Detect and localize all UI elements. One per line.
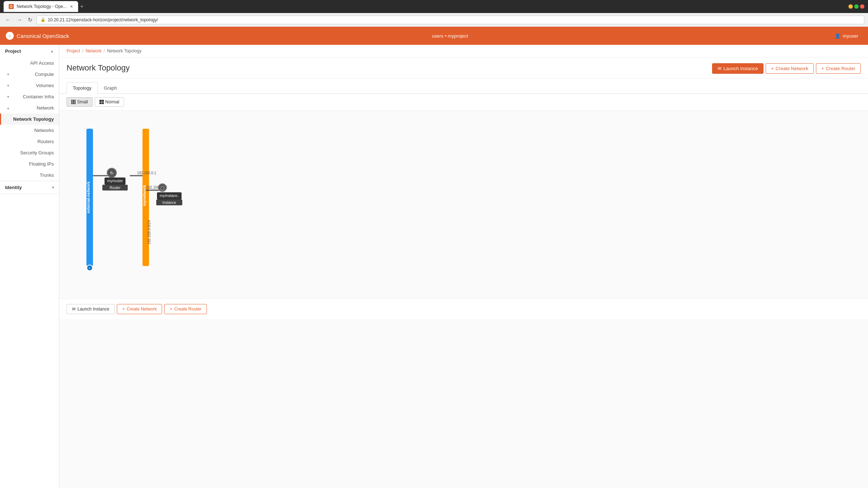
sidebar-item-compute[interactable]: ▾ Compute <box>0 69 59 80</box>
tabs-bar: Topology Graph <box>59 78 868 94</box>
page-action-buttons: ✉ Launch Instance + Create Network + Cre… <box>712 63 861 74</box>
app-logo-text: Canonical OpenStack <box>17 33 69 39</box>
header-user-chevron: ▾ <box>860 34 862 38</box>
nav-back-button[interactable]: ← <box>4 16 13 23</box>
nav-forward-button[interactable]: → <box>15 16 24 23</box>
breadcrumb-current: Network Topology <box>107 48 141 53</box>
browser-chrome: O Network Topology - Ope... ✕ + ← → ↻ 🔒 … <box>0 0 868 27</box>
tab-topology[interactable]: Topology <box>67 82 98 94</box>
create-network-button-top[interactable]: + Create Network <box>766 63 814 74</box>
external-network-bottom-icon: + <box>89 266 90 270</box>
sidebar-item-network[interactable]: ▴ Network <box>0 102 59 114</box>
window-minimize-icon[interactable] <box>848 4 853 9</box>
router-icon-symbol: ↻ <box>110 171 114 176</box>
window-maximize-icon[interactable] <box>854 4 859 9</box>
network-chevron: ▴ <box>7 106 9 110</box>
main-content: Project / Network / Network Topology Net… <box>59 45 868 488</box>
nav-refresh-button[interactable]: ↻ <box>26 16 34 24</box>
address-lock-icon: 🔒 <box>41 17 46 22</box>
sidebar-section-header-project[interactable]: Project ▲ <box>0 45 59 57</box>
instance-label-text: myInstanc. <box>159 193 179 198</box>
topology-svg: external-network mynetwork 192.168.0.0/2… <box>67 118 320 291</box>
router-type-text: Router <box>110 186 121 190</box>
header-users-project: users • myproject <box>432 33 468 39</box>
window-close-icon[interactable] <box>860 4 864 9</box>
plus-icon-network-bottom: + <box>122 307 125 312</box>
subnet-label-mynetwork: 192.168.0.0/24 <box>147 220 151 244</box>
view-small-button[interactable]: Small <box>67 97 93 107</box>
sidebar-item-trunks[interactable]: Trunks <box>0 170 59 181</box>
breadcrumb-sep-1: / <box>82 48 83 53</box>
header-user-menu[interactable]: 👤 myuser ▾ <box>835 33 862 39</box>
router-ip-label: 192.168.0.1 <box>137 171 156 175</box>
tab-graph[interactable]: Graph <box>98 82 123 94</box>
app-logo-icon: ○ <box>6 32 14 40</box>
breadcrumb: Project / Network / Network Topology <box>59 45 868 57</box>
compute-chevron: ▾ <box>7 72 9 76</box>
breadcrumb-network[interactable]: Network <box>86 48 102 53</box>
plus-icon-router-bottom: + <box>170 307 172 312</box>
header-dropdown-icon: ▾ <box>470 34 472 38</box>
browser-tab-bar: O Network Topology - Ope... ✕ + <box>0 0 868 13</box>
sidebar-item-api-access[interactable]: API Access <box>0 57 59 69</box>
browser-tab[interactable]: O Network Topology - Ope... ✕ <box>4 1 78 12</box>
plus-icon-router: + <box>821 66 824 71</box>
sidebar-item-networks[interactable]: Networks <box>0 125 59 136</box>
tab-title: Network Topology - Ope... <box>17 4 67 9</box>
sidebar-project-label: Project <box>5 48 21 54</box>
sidebar-item-network-topology[interactable]: Network Topology <box>0 114 59 125</box>
plus-icon-network: + <box>771 66 774 71</box>
launch-instance-button-top[interactable]: ✉ Launch Instance <box>712 63 763 74</box>
container-infra-chevron: ▾ <box>7 95 9 99</box>
grid-small-icon <box>71 100 76 104</box>
tab-favicon: O <box>9 4 14 9</box>
instance-type-text: Instance <box>162 201 176 205</box>
new-tab-button[interactable]: + <box>80 3 84 10</box>
app-logo: ○ Canonical OpenStack <box>6 32 69 40</box>
header-user-icon: 👤 <box>835 33 841 39</box>
view-normal-button[interactable]: Normal <box>95 97 124 107</box>
sidebar-item-volumes[interactable]: ▾ Volumes <box>0 80 59 91</box>
instance-ip-label: 192.168.0.22 <box>146 185 167 189</box>
sidebar-section-project: Project ▲ API Access ▾ Compute ▾ Volumes… <box>0 45 59 181</box>
external-network-label: external-network <box>86 181 90 213</box>
nav-bar: ← → ↻ 🔒 10.20.21.12/openstack-horizon/pr… <box>0 13 868 27</box>
address-text: 10.20.21.12/openstack-horizon/project/ne… <box>48 17 158 22</box>
grid-normal-icon <box>99 100 104 104</box>
page-title: Network Topology <box>67 63 129 73</box>
sidebar-identity-label: Identity <box>5 185 22 190</box>
sidebar-section-identity: Identity ▾ <box>0 181 59 194</box>
topology-canvas: external-network mynetwork 192.168.0.0/2… <box>59 111 868 299</box>
page-header: Network Topology ✉ Launch Instance + Cre… <box>59 57 868 78</box>
sidebar: Project ▲ API Access ▾ Compute ▾ Volumes… <box>0 45 59 488</box>
sidebar-item-routers[interactable]: Routers <box>0 136 59 147</box>
header-center[interactable]: users • myproject ▾ <box>432 33 472 39</box>
router-label-text: myrouter <box>107 179 123 183</box>
view-controls: Small Normal <box>59 94 868 111</box>
volumes-chevron: ▾ <box>7 84 9 87</box>
sidebar-identity-chevron: ▾ <box>52 185 54 189</box>
create-router-button-bottom[interactable]: + Create Router <box>164 304 207 314</box>
breadcrumb-project[interactable]: Project <box>67 48 80 53</box>
sidebar-item-floating-ips[interactable]: Floating IPs <box>0 158 59 170</box>
create-router-button-top[interactable]: + Create Router <box>816 63 861 74</box>
sidebar-item-container-infra[interactable]: ▾ Container Infra <box>0 91 59 102</box>
network-viz: external-network mynetwork 192.168.0.0/2… <box>67 118 861 291</box>
sidebar-item-security-groups[interactable]: Security Groups <box>0 147 59 158</box>
app-header: ○ Canonical OpenStack users • myproject … <box>0 27 868 45</box>
rocket-icon: ✉ <box>718 66 722 71</box>
tab-close-icon[interactable]: ✕ <box>70 4 73 9</box>
header-username: myuser <box>843 33 858 39</box>
bottom-actions: ✉ Launch Instance + Create Network + Cre… <box>59 299 868 319</box>
launch-instance-button-bottom[interactable]: ✉ Launch Instance <box>67 304 115 314</box>
address-bar[interactable]: 🔒 10.20.21.12/openstack-horizon/project/… <box>37 16 864 24</box>
breadcrumb-sep-2: / <box>104 48 105 53</box>
sidebar-section-header-identity[interactable]: Identity ▾ <box>0 181 59 194</box>
sidebar-project-chevron: ▲ <box>50 49 54 53</box>
create-network-button-bottom[interactable]: + Create Network <box>117 304 162 314</box>
rocket-icon-bottom: ✉ <box>72 307 76 312</box>
